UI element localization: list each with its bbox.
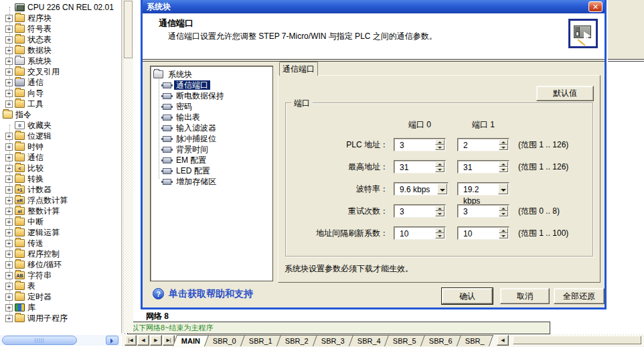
defaults-button[interactable]: 默认值: [536, 86, 594, 101]
gap-update-factor-port0-spinner[interactable]: 10: [394, 226, 446, 240]
sidebar-item-timers[interactable]: +定时器: [0, 291, 121, 302]
settings-item-retentive-ranges[interactable]: 断电数据保持: [163, 90, 226, 101]
tab-sbr6[interactable]: SBR_6: [420, 335, 461, 346]
expand-icon[interactable]: +: [5, 304, 13, 311]
close-icon[interactable]: ✕: [588, 1, 602, 12]
expand-icon[interactable]: +: [5, 261, 13, 269]
tab-next-button[interactable]: ▶: [150, 335, 162, 346]
plc-address-port1-spinner[interactable]: 2: [457, 138, 509, 151]
expand-icon[interactable]: +: [5, 15, 13, 22]
sidebar-item-program-block[interactable]: +程序块: [0, 13, 121, 23]
settings-item-background-time[interactable]: 背景时间: [163, 144, 210, 155]
sidebar-item-string[interactable]: +AB字符串: [0, 270, 121, 281]
expand-icon[interactable]: +: [5, 165, 13, 172]
expand-icon[interactable]: +: [5, 283, 13, 290]
sidebar-item-symbol-table[interactable]: +符号表: [0, 23, 121, 34]
expand-icon[interactable]: +: [5, 143, 13, 151]
sidebar-item-status-chart[interactable]: +状态表: [0, 34, 121, 45]
settings-item-input-filters[interactable]: 输入滤波器: [163, 123, 218, 133]
plc-address-port0-spinner[interactable]: 3: [394, 138, 446, 151]
expand-icon[interactable]: +: [5, 229, 13, 236]
expand-icon[interactable]: +: [5, 133, 13, 140]
sidebar-item-integer-math[interactable]: +±I整数计算: [0, 206, 121, 216]
settings-item-password[interactable]: 密码: [163, 101, 194, 112]
tabstrip-scroll-left-button[interactable]: ◀: [497, 335, 509, 346]
sidebar-item-call-subroutines[interactable]: +调用子程序: [0, 313, 121, 324]
expand-icon[interactable]: +: [5, 272, 13, 279]
highest-address-port0-spinner[interactable]: 31: [394, 160, 446, 174]
sidebar-item-floating-point-math[interactable]: +±R浮点数计算: [0, 195, 121, 206]
dropdown-arrow-icon[interactable]: [437, 184, 447, 194]
sidebar-item-program-control[interactable]: +程序控制: [0, 249, 121, 259]
expand-icon[interactable]: +: [5, 176, 13, 183]
settings-item-increase-memory[interactable]: 增加存储区: [163, 176, 218, 187]
ok-button[interactable]: 确认: [442, 288, 493, 304]
spinner-buttons[interactable]: [435, 228, 445, 238]
highest-address-port1-spinner[interactable]: 31: [457, 160, 509, 174]
spinner-buttons[interactable]: [435, 161, 445, 172]
tab-main[interactable]: MAIN: [173, 335, 209, 346]
expand-icon[interactable]: +: [5, 25, 13, 33]
expand-icon[interactable]: +: [5, 197, 13, 204]
network-comment-box[interactable]: 以下网络8~结束为主程序: [127, 322, 550, 334]
expand-icon[interactable]: +: [5, 58, 13, 65]
scrollbar-thumb[interactable]: [2, 336, 77, 345]
spinner-buttons[interactable]: [435, 139, 445, 150]
sidebar-item-interrupt[interactable]: +中断: [0, 216, 121, 227]
spinner-buttons[interactable]: [499, 161, 508, 172]
expand-icon[interactable]: +: [5, 47, 13, 54]
expand-icon[interactable]: +: [5, 154, 13, 161]
sidebar-item-counters[interactable]: ++1计数器: [0, 184, 121, 195]
spinner-buttons[interactable]: [435, 206, 445, 216]
expand-icon[interactable]: +: [5, 251, 13, 258]
settings-item-pulse-catch[interactable]: 脉冲捕捉位: [163, 133, 218, 144]
tree-vertical-scrollbar[interactable]: [123, 0, 133, 333]
sidebar-item-instructions[interactable]: 指令: [0, 109, 121, 120]
expand-icon[interactable]: +: [5, 68, 13, 76]
dialog-titlebar[interactable]: 系统块 ✕: [143, 0, 605, 13]
sidebar-item-communications[interactable]: +通信: [0, 77, 121, 88]
sidebar-item-system-block[interactable]: +系统块: [0, 56, 121, 66]
sidebar-item-libraries[interactable]: +库: [0, 302, 121, 313]
scroll-right-button[interactable]: [106, 336, 118, 345]
scrollbar-thumb[interactable]: [124, 1, 133, 58]
expand-icon[interactable]: +: [5, 36, 13, 44]
baud-rate-port1-select[interactable]: 19.2 kbps: [457, 182, 509, 196]
expand-icon[interactable]: +: [5, 90, 13, 97]
tab-sbr7[interactable]: SBR_: [457, 335, 493, 346]
expand-icon[interactable]: +: [5, 100, 13, 108]
sidebar-item-cross-reference[interactable]: +交叉引用: [0, 66, 121, 77]
sidebar-item-tools[interactable]: +工具: [0, 98, 121, 109]
tab-comm-port[interactable]: 通信端口: [279, 62, 318, 76]
expand-icon[interactable]: +: [5, 79, 13, 86]
settings-item-led-config[interactable]: LED 配置: [163, 165, 212, 176]
baud-rate-port0-select[interactable]: 9.6 kbps: [394, 182, 449, 196]
tab-sbr5[interactable]: SBR_5: [384, 335, 425, 346]
spinner-buttons[interactable]: [499, 228, 508, 238]
expand-icon[interactable]: +: [5, 293, 13, 301]
spinner-buttons[interactable]: [499, 139, 508, 150]
sidebar-item-favorites[interactable]: ✲收藏夹: [0, 120, 121, 131]
sidebar-item-compare[interactable]: +<比较: [0, 163, 121, 174]
sidebar-item-table[interactable]: +表: [0, 281, 121, 291]
settings-tree-root[interactable]: 系统块: [153, 69, 194, 80]
retry-count-port0-spinner[interactable]: 3: [394, 204, 446, 218]
settings-item-output-table[interactable]: 输出表: [163, 112, 202, 123]
tab-first-button[interactable]: |◀: [125, 335, 137, 346]
settings-item-em-config[interactable]: EM 配置: [163, 155, 208, 165]
sidebar-item-bit-logic[interactable]: +位逻辑: [0, 131, 121, 141]
sidebar-item-convert[interactable]: +转换: [0, 174, 121, 184]
cancel-button[interactable]: 取消: [500, 288, 550, 304]
expand-icon[interactable]: +: [5, 315, 13, 322]
sidebar-item-wizards[interactable]: +向导: [0, 88, 121, 98]
settings-item-comm-port[interactable]: 通信端口: [163, 80, 210, 90]
retry-count-port1-spinner[interactable]: 3: [457, 204, 509, 218]
sidebar-item-shift-rotate[interactable]: +移位/循环: [0, 259, 121, 270]
sidebar-item-logical-operations[interactable]: +逻辑运算: [0, 227, 121, 238]
sidebar-item-communications2[interactable]: +通信: [0, 152, 121, 163]
tab-prev-button[interactable]: ◀: [137, 335, 149, 346]
expand-icon[interactable]: +: [5, 208, 13, 215]
help-icon[interactable]: ?: [153, 288, 164, 299]
horizontal-scrollbar[interactable]: [0, 335, 120, 346]
sidebar-item-cpu[interactable]: CPU 226 CN REL 02.01: [0, 2, 121, 13]
